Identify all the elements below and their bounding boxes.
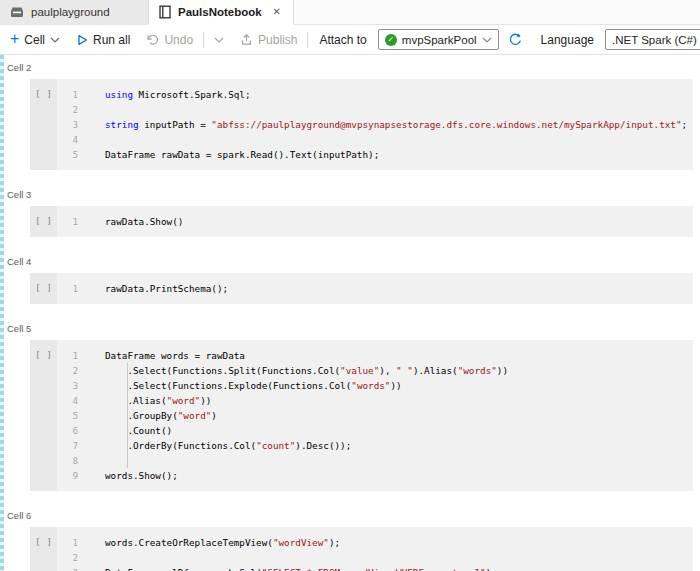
- line-number: 2: [57, 363, 78, 378]
- notebook-cell-6: Cell 6[ ]1words.CreateOrReplaceTempView(…: [0, 510, 700, 571]
- string-token: "SELECT * FROM wordView WHERE count > 1": [262, 567, 486, 571]
- publish-button[interactable]: Publish: [232, 25, 305, 54]
- cell-code-block[interactable]: [ ]1using Microsoft.Spark.Sql;23string i…: [30, 79, 693, 170]
- string-token: " ": [396, 365, 413, 376]
- code-text: string inputPath = "abfss://paulplaygrou…: [78, 117, 687, 132]
- line-number: 1: [57, 281, 78, 296]
- cell-run-button[interactable]: [ ]: [30, 273, 57, 304]
- code-token: ),: [379, 365, 396, 376]
- line-number: 5: [57, 408, 78, 423]
- code-text: rawData.PrintSchema();: [78, 281, 228, 296]
- run-all-button[interactable]: Run all: [68, 25, 138, 54]
- code-token: )): [390, 380, 401, 391]
- pool-name: mvpSparkPool: [402, 34, 477, 46]
- undo-menu-button[interactable]: [206, 25, 232, 54]
- cell-code-block[interactable]: [ ]1rawData.Show(): [30, 206, 693, 237]
- code-line: 1words.CreateOrReplaceTempView("wordView…: [57, 535, 693, 550]
- cell-run-button[interactable]: [ ]: [30, 527, 57, 571]
- attach-to-dropdown[interactable]: ✓ mvpSparkPool: [378, 29, 499, 50]
- refresh-button[interactable]: [499, 25, 532, 54]
- cell-editor[interactable]: 1rawData.PrintSchema();: [57, 273, 693, 304]
- code-text: using Microsoft.Spark.Sql;: [78, 87, 251, 102]
- code-line: 1rawData.PrintSchema();: [57, 281, 693, 296]
- code-token: .Count(): [105, 425, 172, 436]
- cell-code-block[interactable]: [ ]1words.CreateOrReplaceTempView("wordV…: [30, 527, 693, 571]
- code-token: ;: [682, 119, 688, 130]
- add-cell-button[interactable]: + Cell: [2, 25, 68, 54]
- line-number: 9: [57, 468, 78, 483]
- notebook-cell-3: Cell 3[ ]1rawData.Show(): [0, 189, 700, 237]
- line-number: 4: [57, 132, 78, 147]
- code-token: ).Alias(: [413, 365, 458, 376]
- string-token: "words": [351, 380, 390, 391]
- language-label: Language: [532, 33, 603, 47]
- notebook-cell-4: Cell 4[ ]1rawData.PrintSchema();: [0, 256, 700, 304]
- cells: Cell 2[ ]1using Microsoft.Spark.Sql;23st…: [0, 62, 700, 571]
- line-number: 3: [57, 117, 78, 132]
- plus-icon: +: [10, 31, 19, 47]
- workspace-icon: [10, 6, 24, 18]
- cell-run-button[interactable]: [ ]: [30, 340, 57, 491]
- code-token: ): [211, 410, 217, 421]
- notebook-toolbar: + Cell Run all Undo: [0, 25, 700, 55]
- line-number: 1: [57, 214, 78, 229]
- code-line: 3DataFrame sqlDf = spark.Sql("SELECT * F…: [57, 565, 693, 571]
- code-token: inputPath =: [139, 119, 212, 130]
- undo-label: Undo: [164, 33, 193, 47]
- attach-to-label: Attach to: [310, 33, 375, 47]
- tab-paulplayground[interactable]: paulplayground: [0, 0, 148, 24]
- code-line: 1DataFrame words = rawData: [57, 348, 693, 363]
- code-text: DataFrame rawData = spark.Read().Text(in…: [78, 147, 379, 162]
- cell-editor[interactable]: 1rawData.Show(): [57, 206, 693, 237]
- cell-editor[interactable]: 1DataFrame words = rawData2 .Select(Func…: [57, 340, 693, 491]
- line-number: 8: [57, 453, 78, 468]
- indent-guide: [127, 363, 128, 468]
- cell-code-block[interactable]: [ ]1DataFrame words = rawData2 .Select(F…: [30, 340, 693, 491]
- code-text: .Count(): [78, 423, 172, 438]
- tab-label: PaulsNotebook: [178, 6, 262, 18]
- code-line: 3 .Select(Functions.Explode(Functions.Co…: [57, 378, 693, 393]
- cell-title: Cell 3: [7, 189, 700, 200]
- close-icon[interactable]: ✕: [271, 5, 283, 19]
- language-dropdown[interactable]: .NET Spark (C#): [605, 29, 700, 50]
- tab-paulsnotebook[interactable]: PaulsNotebook ✕: [148, 0, 294, 25]
- code-line: 3string inputPath = "abfss://paulplaygro…: [57, 117, 693, 132]
- code-token: words.CreateOrReplaceTempView(: [105, 537, 273, 548]
- cell-editor[interactable]: 1using Microsoft.Spark.Sql;23string inpu…: [57, 79, 693, 170]
- add-cell-label: Cell: [24, 33, 45, 47]
- notebook-cell-2: Cell 2[ ]1using Microsoft.Spark.Sql;23st…: [0, 62, 700, 170]
- code-text: words.CreateOrReplaceTempView("wordView"…: [78, 535, 340, 550]
- code-line: 1rawData.Show(): [57, 214, 693, 229]
- code-token: .Alias(: [105, 395, 167, 406]
- code-line: 6 .Count(): [57, 423, 693, 438]
- string-token: "word": [167, 395, 201, 406]
- code-line: 2 .Select(Functions.Split(Functions.Col(…: [57, 363, 693, 378]
- cell-run-button[interactable]: [ ]: [30, 206, 57, 237]
- keyword-token: string: [105, 119, 139, 130]
- tab-label: paulplayground: [31, 6, 110, 18]
- code-line: 8: [57, 453, 693, 468]
- cell-code-block[interactable]: [ ]1rawData.PrintSchema();: [30, 273, 693, 304]
- line-number: 5: [57, 147, 78, 162]
- code-text: rawData.Show(): [78, 214, 183, 229]
- notebook-cell-5: Cell 5[ ]1DataFrame words = rawData2 .Se…: [0, 323, 700, 491]
- line-number: 2: [57, 550, 78, 565]
- cell-title: Cell 6: [7, 510, 700, 521]
- code-line: 5DataFrame rawData = spark.Read().Text(i…: [57, 147, 693, 162]
- code-text: words.Show();: [78, 468, 178, 483]
- cell-run-button[interactable]: [ ]: [30, 79, 57, 170]
- string-token: "words": [458, 365, 497, 376]
- code-line: 4 .Alias("word")): [57, 393, 693, 408]
- line-number: 2: [57, 102, 78, 117]
- undo-button[interactable]: Undo: [138, 25, 201, 54]
- code-text: .Select(Functions.Split(Functions.Col("v…: [78, 363, 508, 378]
- code-token: DataFrame rawData = spark.Read().Text(in…: [105, 149, 379, 160]
- publish-icon: [240, 33, 253, 46]
- code-text: .Alias("word")): [78, 393, 211, 408]
- code-token: Microsoft.Spark.Sql;: [133, 89, 251, 100]
- line-number: 7: [57, 438, 78, 453]
- cell-editor[interactable]: 1words.CreateOrReplaceTempView("wordView…: [57, 527, 693, 571]
- line-number: 6: [57, 423, 78, 438]
- code-token: .Select(Functions.Explode(Functions.Col(: [105, 380, 351, 391]
- code-text: .OrderBy(Functions.Col("count").Desc());: [78, 438, 351, 453]
